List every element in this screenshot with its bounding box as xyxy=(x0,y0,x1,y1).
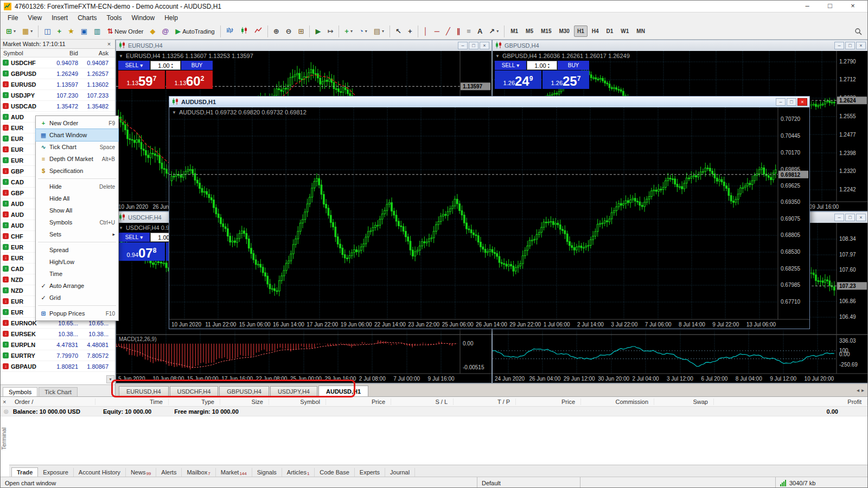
status-profile[interactable]: Default xyxy=(477,477,580,488)
chart-tab-usdchf-h4[interactable]: USDCHF,H4 xyxy=(170,386,219,396)
chart-restore-icon[interactable]: □ xyxy=(845,214,855,221)
sell-button[interactable]: SELL▾ xyxy=(118,61,150,70)
context-menu-item-show-all[interactable]: Show All xyxy=(36,204,118,216)
chart-bars-button[interactable] xyxy=(224,25,237,38)
menu-file[interactable]: File xyxy=(3,13,23,23)
context-menu-item-time[interactable]: Time xyxy=(36,268,118,280)
indicators-button[interactable]: +▾ xyxy=(342,25,355,38)
menu-view[interactable]: View xyxy=(23,13,47,23)
orders-column-price[interactable]: Price xyxy=(516,399,581,405)
menu-help[interactable]: Help xyxy=(159,13,183,23)
column-header-bid[interactable]: Bid xyxy=(48,50,81,56)
market-watch-tab-tick-chart[interactable]: Tick Chart xyxy=(39,387,78,396)
chart-tab-audusd-h1[interactable]: AUDUSD,H1 xyxy=(318,386,368,396)
market-watch-row[interactable]: ↓EURSEK10.38...10.38... xyxy=(1,329,115,339)
sell-button[interactable]: SELL▾ xyxy=(495,61,526,70)
chart-line-button[interactable] xyxy=(252,25,265,38)
chart-minimize-icon[interactable]: – xyxy=(834,42,844,49)
orders-column-time[interactable]: Time xyxy=(95,399,169,405)
chart-minimize-icon[interactable]: – xyxy=(776,98,786,106)
menu-charts[interactable]: Charts xyxy=(73,13,101,23)
terminal-tab-experts[interactable]: Experts xyxy=(355,468,385,477)
terminal-tab-code-base[interactable]: Code Base xyxy=(315,468,354,477)
market-watch-row[interactable]: ↑USDJPY107.230107.233 xyxy=(1,90,115,101)
channel-button[interactable]: ∥ xyxy=(454,25,463,38)
orders-column-tp[interactable]: T / P xyxy=(454,399,516,405)
market-watch-row[interactable]: ↓USDCAD1.354721.35482 xyxy=(1,101,115,112)
market-watch-column-headers[interactable]: SymbolBidAsk xyxy=(1,49,115,57)
chart-close-icon[interactable]: × xyxy=(856,214,866,221)
context-menu-item-specification[interactable]: $Specification xyxy=(36,165,118,177)
orders-column-headers[interactable]: Order /TimeTypeSizeSymbolPriceS / LT / P… xyxy=(1,397,867,407)
orders-column-profit[interactable]: Profit xyxy=(714,399,867,405)
minimize-icon[interactable]: – xyxy=(796,1,819,12)
chart-window-titlebar[interactable]: EURUSD,H4–□× xyxy=(116,40,492,51)
new-order-button[interactable]: ⇅New Order xyxy=(104,25,146,38)
market-watch-row[interactable]: ↓EURUSD1.135971.13602 xyxy=(1,79,115,90)
chart-tab-usdjpy-h4[interactable]: USDJPY,H4 xyxy=(270,386,317,396)
scrollbar-down-icon[interactable]: ▾ xyxy=(106,375,114,383)
ohlc-collapse-icon[interactable]: ▼ xyxy=(495,54,500,59)
chart-close-icon[interactable]: × xyxy=(797,98,807,106)
fibonacci-button[interactable]: ≡ xyxy=(464,25,474,38)
column-header-symbol[interactable]: Symbol xyxy=(1,50,48,56)
strategy-tester-button[interactable]: ▥ xyxy=(91,25,103,38)
new-chart-button[interactable]: ⊞▾ xyxy=(3,25,18,38)
balance-row[interactable]: ◎ Balance: 10 000.00 USD Equity: 10 000.… xyxy=(1,407,867,416)
terminal-tab-market[interactable]: Market144 xyxy=(216,468,252,477)
chart-tab-gbpusd-h4[interactable]: GBPUSD,H4 xyxy=(219,386,269,396)
tab-scroll-left-icon[interactable]: ◂ xyxy=(857,387,859,393)
sell-price-button[interactable]: 1.13597 xyxy=(118,70,165,89)
timeframe-h4[interactable]: H4 xyxy=(589,25,602,37)
timeframe-m5[interactable]: M5 xyxy=(522,25,537,37)
ohlc-collapse-icon[interactable]: ▼ xyxy=(172,110,176,115)
terminal-tab-exposure[interactable]: Exposure xyxy=(38,468,73,477)
lot-stepper-icon[interactable]: ▴▾ xyxy=(548,62,550,69)
terminal-tab-account-history[interactable]: Account History xyxy=(74,468,126,477)
sell-price-button[interactable]: 1.26249 xyxy=(495,70,541,89)
terminal-close-icon[interactable]: × xyxy=(3,399,6,405)
data-window-button[interactable]: + xyxy=(55,25,65,38)
context-menu-item-new-order[interactable]: +New OrderF9 xyxy=(36,117,118,129)
arrows-button[interactable]: ↗▾ xyxy=(486,25,501,38)
market-watch-toggle-button[interactable]: ◫ xyxy=(41,25,53,38)
templates-button[interactable]: ▤▾ xyxy=(371,25,387,38)
context-menu-item-tick-chart[interactable]: ∿Tick ChartSpace xyxy=(36,141,118,153)
search-button[interactable] xyxy=(852,25,865,38)
maximize-icon[interactable]: □ xyxy=(819,1,841,12)
horizontal-line-button[interactable]: ─ xyxy=(432,25,442,38)
close-icon[interactable]: × xyxy=(841,1,864,12)
market-watch-row[interactable]: ↑EURPLN4.478314.48081 xyxy=(1,339,115,350)
chart-restore-icon[interactable]: □ xyxy=(469,42,478,49)
lot-stepper-icon[interactable]: ▴▾ xyxy=(171,62,173,69)
terminal-tab-trade[interactable]: Trade xyxy=(11,467,38,477)
chart-minimize-icon[interactable]: – xyxy=(458,42,468,49)
profiles-button[interactable]: ▦▾ xyxy=(20,25,35,38)
market-watch-tab-symbols[interactable]: Symbols xyxy=(3,387,37,396)
timeframe-m15[interactable]: M15 xyxy=(538,25,554,37)
lot-size-input[interactable]: 1.00▴▾ xyxy=(150,61,181,70)
sell-price-button[interactable]: 0.94078 xyxy=(118,242,165,261)
column-header-ask[interactable]: Ask xyxy=(81,50,111,56)
buy-price-button[interactable]: 1.26257 xyxy=(542,70,589,89)
timeframe-mn[interactable]: MN xyxy=(633,25,648,37)
chart-restore-icon[interactable]: □ xyxy=(787,98,796,106)
timeframe-m1[interactable]: M1 xyxy=(507,25,521,37)
chart-tab-eurusd-h4[interactable]: EURUSD,H4 xyxy=(119,386,169,396)
chart-canvas-audusd[interactable]: 0.707200.704450.701700.698950.696250.693… xyxy=(169,107,809,329)
terminal-tab-articles[interactable]: Articles1 xyxy=(282,468,315,477)
market-watch-row[interactable]: ↑EURTRY7.799707.80572 xyxy=(1,350,115,361)
menu-insert[interactable]: Insert xyxy=(47,13,73,23)
context-menu-item-hide[interactable]: HideDelete xyxy=(36,181,118,192)
menu-window[interactable]: Window xyxy=(127,13,160,23)
tab-scroll-right-icon[interactable]: ▸ xyxy=(861,387,864,393)
metaeditor-button[interactable]: ◆ xyxy=(147,25,158,38)
context-menu-item-sets[interactable]: Sets▸ xyxy=(36,228,118,240)
market-watch-row[interactable]: ↑USDCHF0.940780.94087 xyxy=(1,57,115,68)
chart-shift-button[interactable]: ↦ xyxy=(324,25,336,38)
title-bar[interactable]: 47601326: ForexTimeFXTM-ECN-demo - Demo … xyxy=(1,1,867,12)
chart-restore-icon[interactable]: □ xyxy=(845,42,855,49)
ohlc-collapse-icon[interactable]: ▼ xyxy=(119,54,123,59)
terminal-toggle-button[interactable]: ▣ xyxy=(78,25,90,38)
orders-column-symbol[interactable]: Symbol xyxy=(269,399,326,405)
